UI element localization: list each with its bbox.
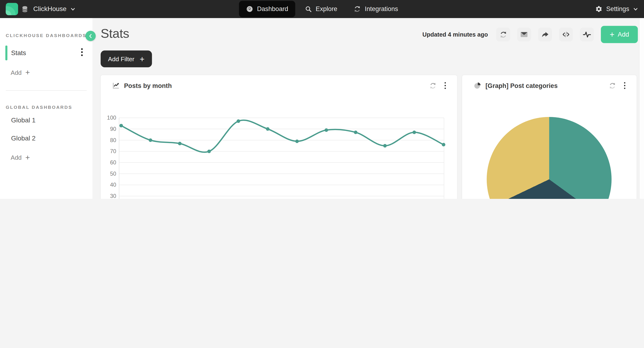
line-series	[121, 120, 444, 152]
envelope-icon	[520, 30, 528, 39]
nav-tab-label: Explore	[316, 5, 337, 13]
sidebar-item-label: Stats	[11, 49, 26, 57]
chevron-down-icon	[633, 6, 638, 12]
nav-tab-dashboard[interactable]: Dashboard	[239, 1, 295, 17]
share-button[interactable]	[538, 27, 552, 41]
sidebar-divider	[6, 90, 87, 91]
sidebar-add-global-dashboard[interactable]: Add +	[11, 151, 92, 163]
email-report-button[interactable]	[517, 27, 531, 41]
brand-connection-selector[interactable]: ClickHouse	[6, 3, 76, 15]
y-tick-label: 30	[110, 193, 116, 199]
card-header: Posts by month	[101, 75, 457, 90]
active-indicator	[6, 45, 7, 60]
card-title: [Graph] Post categories	[486, 82, 558, 89]
data-point	[120, 124, 123, 127]
app-logo-icon	[6, 3, 18, 15]
y-tick-label: 90	[110, 126, 116, 132]
refresh-icon	[429, 82, 437, 89]
sidebar-section-title: CLICKHOUSE DASHBOARDS	[0, 33, 92, 38]
chevron-down-icon	[70, 6, 76, 12]
y-tick-label: 70	[110, 148, 116, 154]
data-point	[412, 131, 416, 134]
add-filter-button[interactable]: Add Filter +	[101, 50, 152, 67]
gear-icon	[595, 5, 603, 13]
settings-menu[interactable]: Settings	[595, 5, 638, 13]
sidebar-item-global-1[interactable]: Global 1	[0, 113, 92, 128]
data-point	[354, 131, 358, 134]
nav-tab-label: Dashboard	[257, 5, 288, 13]
sidebar-item-label: Global 2	[11, 135, 36, 142]
plus-icon: +	[610, 30, 614, 39]
y-tick-label: 40	[110, 182, 116, 188]
scrollbar-track[interactable]	[639, 18, 644, 199]
dashboard-main: Stats Updated 4 minutes ago	[92, 18, 644, 199]
add-chart-button[interactable]: + Add	[601, 26, 638, 43]
data-point	[295, 140, 299, 143]
card-posts-by-month: Posts by month	[101, 75, 457, 199]
sidebar-collapse-button[interactable]	[86, 31, 96, 41]
page-title: Stats	[101, 25, 129, 43]
code-icon	[562, 30, 570, 39]
sidebar-item-global-2[interactable]: Global 2	[0, 131, 92, 146]
data-point	[207, 150, 211, 153]
y-tick-label: 50	[110, 171, 116, 177]
sidebar-item-stats[interactable]: Stats	[0, 45, 92, 61]
y-tick-label: 60	[110, 159, 116, 166]
embed-code-button[interactable]	[559, 27, 573, 41]
sidebar-add-dashboard[interactable]: Add +	[11, 67, 92, 78]
data-point	[266, 127, 270, 131]
card-header: [Graph] Post categories	[462, 75, 637, 90]
last-updated-text: Updated 4 minutes ago	[422, 31, 488, 38]
connection-name: ClickHouse	[33, 5, 67, 13]
pulse-icon	[583, 30, 591, 39]
data-point	[178, 142, 182, 145]
add-filter-label: Add Filter	[108, 55, 134, 62]
kebab-menu-icon[interactable]	[80, 48, 83, 58]
sidebar-section-title: GLOBAL DASHBOARDS	[0, 105, 92, 109]
data-point	[149, 138, 152, 142]
refresh-icon	[609, 82, 616, 89]
refresh-dashboard-button[interactable]	[496, 27, 510, 41]
plus-icon: +	[25, 153, 30, 161]
data-point	[236, 119, 240, 123]
nav-tab-integrations[interactable]: Integrations	[347, 1, 405, 17]
plus-icon: +	[140, 55, 144, 63]
chart-menu-button[interactable]	[623, 81, 627, 90]
refresh-chart-button[interactable]	[428, 81, 438, 90]
data-point	[324, 128, 328, 132]
sidebar: CLICKHOUSE DASHBOARDS Stats Add + GLOBAL…	[0, 18, 92, 199]
chevron-left-icon	[88, 33, 94, 39]
refresh-icon	[499, 30, 507, 38]
settings-label: Settings	[606, 5, 629, 13]
share-icon	[541, 30, 549, 39]
data-point	[442, 143, 445, 146]
sidebar-item-label: Global 1	[11, 117, 36, 124]
line-chart-svg: 10090807060504030201012022-012022-022022…	[101, 114, 457, 199]
app-root: ClickHouse Dashboard	[0, 0, 644, 199]
nav-tab-label: Integrations	[365, 5, 398, 13]
kebab-icon	[444, 82, 446, 89]
topbar: ClickHouse Dashboard	[0, 0, 644, 18]
pie-chart-icon	[474, 82, 481, 89]
pie-chart	[487, 117, 612, 199]
y-tick-label: 100	[107, 115, 116, 121]
refresh-chart-button[interactable]	[608, 81, 617, 90]
add-label: Add	[11, 154, 22, 161]
card-title: Posts by month	[124, 82, 172, 89]
y-tick-label: 80	[110, 137, 116, 143]
main-nav: Dashboard Explore	[239, 0, 405, 18]
dashboard-actions: Updated 4 minutes ago	[422, 26, 638, 43]
card-post-categories-graph: [Graph] Post categories	[462, 75, 637, 199]
add-button-label: Add	[618, 31, 629, 38]
database-icon	[22, 6, 28, 13]
add-label: Add	[11, 69, 22, 76]
nav-tab-explore[interactable]: Explore	[298, 1, 344, 17]
kebab-icon	[624, 82, 626, 89]
plus-icon: +	[25, 68, 30, 76]
search-icon	[305, 5, 312, 13]
data-point	[383, 144, 387, 147]
gauge-icon	[246, 5, 254, 13]
sync-icon	[354, 5, 361, 13]
activity-button[interactable]	[580, 27, 594, 41]
chart-menu-button[interactable]	[443, 81, 447, 90]
